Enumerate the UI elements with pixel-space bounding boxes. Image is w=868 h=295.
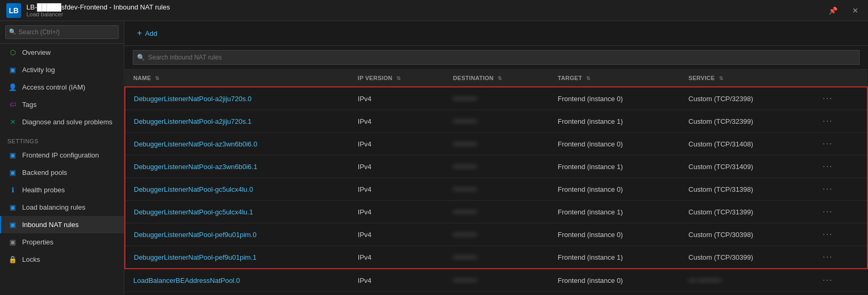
col-service[interactable]: SERVICE ⇅ — [680, 70, 810, 87]
title-info: LB-█████sfdev-Frontend - Inbound NAT rul… — [26, 3, 170, 17]
title-bar: LB LB-█████sfdev-Frontend - Inbound NAT … — [0, 0, 868, 21]
table-row: DebuggerListenerNatPool-az3wn6b0i6.0IPv4… — [125, 133, 867, 155]
pin-button[interactable]: 📌 — [825, 5, 841, 16]
access-control-icon: 👤 — [8, 83, 17, 91]
nav-item-inbound-nat-rules[interactable]: ▣ Inbound NAT rules — [0, 216, 124, 233]
col-destination[interactable]: DESTINATION ⇅ — [445, 70, 550, 87]
content-area: + Add 🔍 NAME ⇅ — [124, 21, 868, 295]
row-ip-version: IPv4 — [349, 87, 445, 110]
row-name[interactable]: DebuggerListenerNatPool-pef9u01pim.1 — [125, 246, 349, 269]
row-ip-version: IPv4 — [349, 110, 445, 133]
row-service: Custom (TCP/31399) — [680, 201, 810, 223]
search-icon: 🔍 — [9, 28, 16, 35]
row-ip-version: IPv4 — [349, 178, 445, 201]
nav-item-overview[interactable]: ⬡ Overview — [0, 44, 124, 61]
col-target[interactable]: TARGET ⇅ — [549, 70, 680, 87]
row-actions: ··· — [810, 110, 867, 133]
row-actions: ··· — [810, 133, 867, 155]
row-service: Custom (TCP/32399) — [680, 110, 810, 133]
more-options-button[interactable]: ··· — [818, 115, 837, 127]
row-destination: •••••••••• — [445, 133, 550, 155]
nav-item-properties[interactable]: ▣ Properties — [0, 233, 124, 251]
window-title: LB-█████sfdev-Frontend - Inbound NAT rul… — [26, 3, 170, 11]
nav-item-diagnose[interactable]: ✕ Diagnose and solve problems — [0, 113, 124, 131]
row-name[interactable]: DebuggerListenerNatPool-az3wn6b0i6.1 — [125, 155, 349, 178]
more-options-button[interactable]: ··· — [818, 274, 837, 286]
table-container: NAME ⇅ IP VERSION ⇅ DESTINATION ⇅ TARG — [124, 70, 868, 295]
more-options-button[interactable]: ··· — [818, 161, 837, 172]
row-destination: •••••••••• — [445, 246, 550, 269]
row-service: Custom (TCP/31409) — [680, 155, 810, 178]
table-row: DebuggerListenerNatPool-a2jiju720s.0IPv4… — [125, 87, 867, 110]
row-name[interactable]: DebuggerListenerNatPool-pef9u01pim.0 — [125, 223, 349, 246]
settings-section-label: SETTINGS — [0, 131, 124, 146]
title-bar-left: LB LB-█████sfdev-Frontend - Inbound NAT … — [6, 3, 170, 18]
row-target: Frontend (instance 1) — [549, 155, 680, 178]
row-name[interactable]: LoadBalancerBEAddressNatPool.1 — [125, 292, 349, 296]
row-destination: •••••••••• — [445, 223, 550, 246]
row-destination: •••••••••• — [445, 292, 550, 296]
col-name[interactable]: NAME ⇅ — [125, 70, 349, 87]
row-ip-version: IPv4 — [349, 223, 445, 246]
nav-item-access-control[interactable]: 👤 Access control (IAM) — [0, 78, 124, 96]
nav-item-locks[interactable]: 🔒 Locks — [0, 251, 124, 268]
nav-item-activity-log[interactable]: ▣ Activity log — [0, 61, 124, 78]
nav-item-frontend-ip[interactable]: ▣ Frontend IP configuration — [0, 146, 124, 164]
row-name[interactable]: DebuggerListenerNatPool-az3wn6b0i6.0 — [125, 133, 349, 155]
nav-item-tags[interactable]: 🏷 Tags — [0, 96, 124, 113]
row-ip-version: IPv4 — [349, 201, 445, 223]
row-actions: ··· — [810, 87, 867, 110]
title-bar-right: 📌 ✕ — [825, 5, 862, 16]
overview-label: Overview — [22, 48, 51, 56]
load-balancing-rules-label: Load balancing rules — [22, 203, 85, 211]
activity-log-icon: ▣ — [8, 66, 17, 74]
row-destination: •••••••••• — [445, 178, 550, 201]
row-ip-version: IPv4 — [349, 155, 445, 178]
overview-icon: ⬡ — [8, 48, 17, 56]
inbound-nat-rules-icon: ▣ — [8, 221, 17, 229]
row-service: ••• •••••••••• — [680, 269, 810, 292]
sort-ip-icon: ⇅ — [396, 75, 401, 81]
more-options-button[interactable]: ··· — [818, 93, 837, 104]
nav-item-health-probes[interactable]: ℹ Health probes — [0, 181, 124, 199]
nav-item-load-balancing-rules[interactable]: ▣ Load balancing rules — [0, 199, 124, 216]
backend-pools-icon: ▣ — [8, 169, 17, 176]
row-target: Frontend (instance 0) — [549, 178, 680, 201]
search-nat-rules-input[interactable] — [133, 50, 860, 65]
close-button[interactable]: ✕ — [849, 5, 862, 16]
row-ip-version: IPv4 — [349, 133, 445, 155]
row-name[interactable]: DebuggerListenerNatPool-gc5ulcx4lu.0 — [125, 178, 349, 201]
window-subtitle: Load balancer — [26, 11, 170, 17]
table-row: DebuggerListenerNatPool-gc5ulcx4lu.0IPv4… — [125, 178, 867, 201]
sidebar-search-input[interactable] — [5, 25, 119, 39]
row-destination: •••••••••• — [445, 201, 550, 223]
row-name[interactable]: DebuggerListenerNatPool-a2jiju720s.1 — [125, 110, 349, 133]
backend-pools-label: Backend pools — [22, 169, 67, 176]
row-ip-version: IPv4 — [349, 246, 445, 269]
row-service: Custom (TCP/31398) — [680, 178, 810, 201]
col-ip-version[interactable]: IP VERSION ⇅ — [349, 70, 445, 87]
diagnose-icon: ✕ — [8, 118, 17, 126]
row-name[interactable]: DebuggerListenerNatPool-a2jiju720s.0 — [125, 87, 349, 110]
row-ip-version: IPv4 — [349, 292, 445, 296]
row-name[interactable]: LoadBalancerBEAddressNatPool.0 — [125, 269, 349, 292]
more-options-button[interactable]: ··· — [818, 251, 837, 263]
table-row: DebuggerListenerNatPool-a2jiju720s.1IPv4… — [125, 110, 867, 133]
row-name[interactable]: DebuggerListenerNatPool-gc5ulcx4lu.1 — [125, 201, 349, 223]
sidebar: 🔍 ⬡ Overview ▣ Activity log 👤 Access con… — [0, 21, 124, 295]
nav-item-backend-pools[interactable]: ▣ Backend pools — [0, 164, 124, 181]
locks-icon: 🔒 — [8, 255, 17, 263]
more-options-button[interactable]: ··· — [818, 206, 837, 218]
add-button[interactable]: + Add — [133, 26, 161, 40]
more-options-button[interactable]: ··· — [818, 183, 837, 195]
row-service: Custom (TCP/30399) — [680, 246, 810, 269]
more-options-button[interactable]: ··· — [818, 229, 837, 240]
row-target: Frontend (instance 1) — [549, 292, 680, 296]
table-header-row: NAME ⇅ IP VERSION ⇅ DESTINATION ⇅ TARG — [125, 70, 867, 87]
row-actions: ··· — [810, 246, 867, 269]
more-options-button[interactable]: ··· — [818, 138, 837, 150]
row-ip-version: IPv4 — [349, 269, 445, 292]
table-row: DebuggerListenerNatPool-gc5ulcx4lu.1IPv4… — [125, 201, 867, 223]
row-target: Frontend (instance 0) — [549, 223, 680, 246]
tags-label: Tags — [22, 101, 36, 109]
